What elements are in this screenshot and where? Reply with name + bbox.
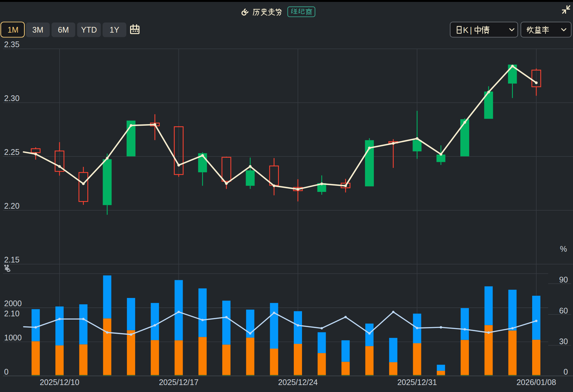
svg-text:30: 30: [559, 337, 568, 346]
svg-text:|: |: [470, 26, 472, 35]
svg-text:2026/01/08: 2026/01/08: [516, 378, 556, 387]
svg-text:2025/12/31: 2025/12/31: [397, 378, 437, 387]
svg-text:2.30: 2.30: [4, 94, 20, 103]
svg-text:2025/12/24: 2025/12/24: [278, 378, 318, 387]
svg-text:2025/12/10: 2025/12/10: [40, 378, 79, 387]
svg-text:0: 0: [4, 367, 9, 376]
svg-text:%: %: [560, 244, 567, 253]
svg-text:2.20: 2.20: [4, 201, 20, 210]
svg-text:2.25: 2.25: [4, 148, 20, 156]
svg-text:YTD: YTD: [81, 25, 97, 34]
svg-text:K: K: [463, 25, 469, 35]
svg-text:1M: 1M: [8, 25, 19, 34]
svg-text:3M: 3M: [32, 25, 43, 34]
svg-text:90: 90: [559, 275, 568, 284]
svg-text:60: 60: [559, 306, 568, 315]
svg-text:2000: 2000: [4, 299, 22, 308]
svg-text:6M: 6M: [58, 25, 69, 34]
svg-text:1Y: 1Y: [110, 25, 119, 34]
svg-text:2.15: 2.15: [4, 255, 20, 264]
svg-text:1000: 1000: [4, 333, 22, 342]
svg-text:2025/12/17: 2025/12/17: [159, 378, 198, 387]
svg-text:0: 0: [564, 367, 568, 376]
svg-text:2.35: 2.35: [4, 40, 20, 49]
svg-text:2.10: 2.10: [4, 309, 20, 318]
